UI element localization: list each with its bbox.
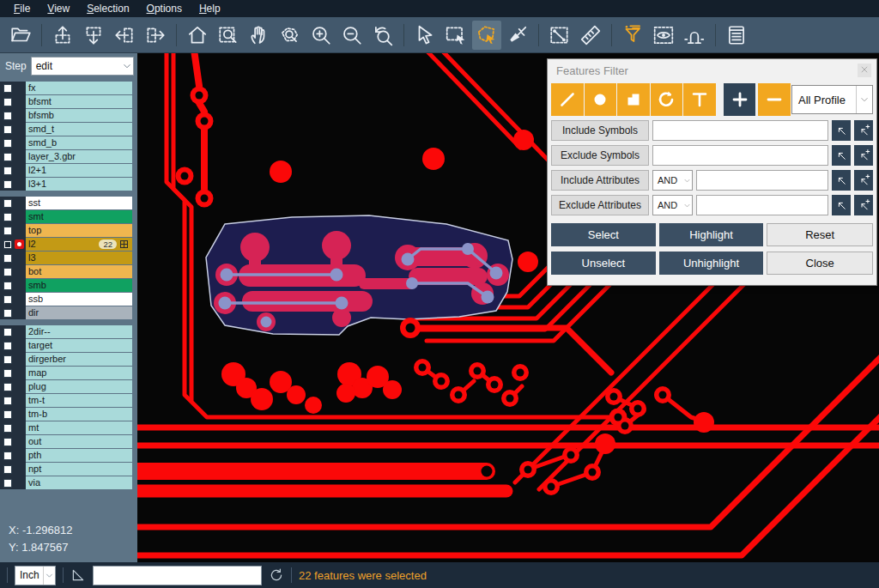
layer-name-smd_b[interactable]: smd_b bbox=[26, 136, 132, 149]
reset-button[interactable]: Reset bbox=[767, 223, 873, 246]
zoom-out-button[interactable] bbox=[337, 21, 367, 50]
layer-checkbox-dir[interactable] bbox=[3, 309, 12, 318]
menu-options[interactable]: Options bbox=[138, 1, 191, 16]
zoom-window-button[interactable] bbox=[214, 21, 243, 50]
menu-help[interactable]: Help bbox=[191, 1, 229, 16]
filter-lines-button[interactable] bbox=[551, 83, 584, 116]
layer-name-top[interactable]: top bbox=[26, 224, 132, 237]
unselect-button[interactable]: Unselect bbox=[551, 252, 656, 275]
layer-name-npt[interactable]: npt bbox=[26, 463, 132, 476]
scroll-right-button[interactable] bbox=[141, 21, 170, 50]
layer-checkbox-layer_3.gbr[interactable] bbox=[3, 153, 12, 161]
filter-remove-button[interactable] bbox=[758, 83, 791, 116]
layer-name-smt[interactable]: smt bbox=[26, 210, 132, 223]
highlight-button[interactable]: Highlight bbox=[659, 223, 764, 246]
snap-magnet-button[interactable] bbox=[680, 21, 709, 50]
layer-checkbox-dirgerber[interactable] bbox=[3, 355, 12, 364]
measure-ruler-button[interactable] bbox=[576, 21, 605, 50]
layer-checkbox-l2+1[interactable] bbox=[3, 167, 12, 175]
select-polygon-button[interactable] bbox=[472, 21, 501, 50]
layer-checkbox-via[interactable] bbox=[3, 479, 12, 488]
exclude-attributes-pick-button[interactable] bbox=[832, 195, 851, 215]
features-filter-button[interactable] bbox=[618, 21, 647, 50]
layer-name-2dir--[interactable]: 2dir-- bbox=[26, 325, 132, 338]
exclude-symbols-button[interactable]: Exclude Symbols bbox=[551, 145, 649, 166]
layer-name-bot[interactable]: bot bbox=[26, 265, 132, 278]
pan-hand-button[interactable] bbox=[245, 21, 274, 50]
filter-surfaces-button[interactable] bbox=[617, 83, 650, 116]
include-attributes-pick-add-button[interactable] bbox=[854, 170, 873, 191]
layer-name-via[interactable]: via bbox=[26, 476, 132, 489]
layer-name-fx[interactable]: fx bbox=[26, 82, 132, 94]
exclude-attributes-button[interactable]: Exclude Attributes bbox=[551, 195, 649, 215]
include-symbols-input[interactable] bbox=[652, 120, 828, 141]
layer-name-layer_3.gbr[interactable]: layer_3.gbr bbox=[26, 150, 132, 163]
include-attributes-operator-select[interactable]: AND bbox=[652, 170, 693, 191]
select-button[interactable]: Select bbox=[551, 223, 656, 246]
layer-checkbox-npt[interactable] bbox=[3, 465, 12, 474]
layer-checkbox-ssb[interactable] bbox=[3, 295, 12, 304]
layer-checkbox-smt[interactable] bbox=[3, 213, 12, 221]
menu-view[interactable]: View bbox=[39, 1, 78, 16]
menu-selection[interactable]: Selection bbox=[78, 1, 137, 16]
clear-selection-brush-button[interactable] bbox=[503, 21, 532, 50]
layer-name-bfsmb[interactable]: bfsmb bbox=[26, 109, 132, 122]
select-pointer-button[interactable] bbox=[410, 21, 440, 50]
layer-name-bfsmt[interactable]: bfsmt bbox=[26, 95, 132, 108]
layer-checkbox-l3[interactable] bbox=[3, 254, 12, 263]
layer-name-smd_t[interactable]: smd_t bbox=[26, 123, 132, 136]
layer-checkbox-sst[interactable] bbox=[3, 199, 12, 208]
layer-name-dir[interactable]: dir bbox=[26, 306, 132, 319]
layer-checkbox-smd_b[interactable] bbox=[3, 139, 12, 148]
step-dropdown[interactable]: edit bbox=[31, 57, 134, 76]
layer-name-dirgerber[interactable]: dirgerber bbox=[26, 353, 132, 366]
layer-checkbox-smd_t[interactable] bbox=[3, 125, 12, 134]
layer-checkbox-top[interactable] bbox=[3, 227, 12, 235]
layer-checkbox-target[interactable] bbox=[3, 342, 12, 350]
layer-checkbox-mt[interactable] bbox=[3, 424, 12, 433]
select-rectangle-button[interactable] bbox=[441, 21, 470, 50]
layer-checkbox-map[interactable] bbox=[3, 369, 12, 378]
layer-name-tm-b[interactable]: tm-b bbox=[26, 408, 132, 421]
layer-checkbox-smb[interactable] bbox=[3, 282, 12, 290]
layer-name-l2+1[interactable]: l2+1 bbox=[26, 164, 132, 177]
open-file-button[interactable] bbox=[6, 21, 35, 50]
layer-name-mt[interactable]: mt bbox=[26, 421, 132, 434]
include-symbols-button[interactable]: Include Symbols bbox=[551, 120, 649, 141]
refresh-icon[interactable] bbox=[269, 567, 284, 583]
layer-checkbox-fx[interactable] bbox=[3, 84, 12, 93]
zoom-previous-button[interactable] bbox=[368, 21, 397, 50]
include-attributes-button[interactable]: Include Attributes bbox=[551, 170, 649, 191]
filter-text-button[interactable] bbox=[683, 83, 716, 116]
filter-arcs-button[interactable] bbox=[651, 83, 683, 116]
filter-add-button[interactable] bbox=[724, 83, 756, 116]
unhighlight-button[interactable]: Unhighlight bbox=[659, 252, 764, 275]
dialog-close-button[interactable] bbox=[858, 64, 871, 77]
layer-checkbox-tm-t[interactable] bbox=[3, 397, 12, 405]
scroll-left-button[interactable] bbox=[110, 21, 139, 50]
layer-name-pth[interactable]: pth bbox=[26, 449, 132, 462]
zoom-area-button[interactable] bbox=[276, 21, 305, 50]
exclude-symbols-input[interactable] bbox=[652, 145, 828, 166]
layer-name-out[interactable]: out bbox=[26, 435, 132, 448]
layer-checkbox-bfsmb[interactable] bbox=[3, 112, 12, 120]
layer-name-l3[interactable]: l3 bbox=[26, 252, 132, 264]
include-symbols-pick-add-button[interactable] bbox=[854, 120, 873, 141]
layer-checkbox-l3+1[interactable] bbox=[3, 180, 12, 189]
layer-checkbox-tm-b[interactable] bbox=[3, 410, 12, 419]
layer-checkbox-pth[interactable] bbox=[3, 452, 12, 460]
exclude-attributes-operator-select[interactable]: AND bbox=[652, 195, 693, 215]
exclude-attributes-input[interactable] bbox=[696, 195, 828, 215]
layer-checkbox-bot[interactable] bbox=[3, 268, 12, 276]
layer-name-l2[interactable]: l222 bbox=[26, 238, 132, 251]
include-attributes-input[interactable] bbox=[696, 170, 828, 191]
layer-name-plug[interactable]: plug bbox=[26, 380, 132, 393]
view-visibility-button[interactable] bbox=[649, 21, 678, 50]
filter-pads-button[interactable] bbox=[585, 83, 617, 116]
profile-dropdown[interactable]: All Profile bbox=[791, 85, 873, 114]
report-list-button[interactable] bbox=[722, 21, 751, 50]
units-dropdown[interactable]: Inch bbox=[15, 566, 56, 585]
include-attributes-pick-button[interactable] bbox=[832, 170, 851, 191]
angle-corner-icon[interactable] bbox=[70, 567, 86, 583]
exclude-symbols-pick-add-button[interactable] bbox=[854, 145, 873, 166]
